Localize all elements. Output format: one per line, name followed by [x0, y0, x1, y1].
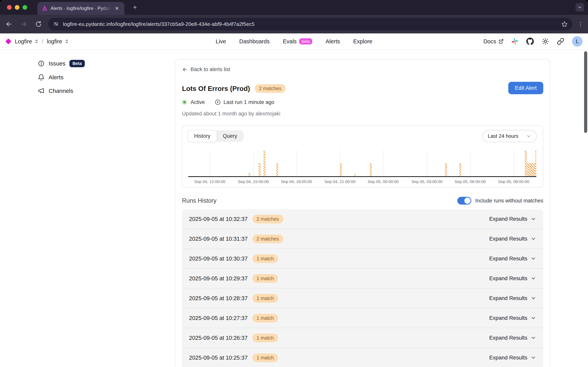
nav-link-dashboards[interactable]: Dashboards	[239, 38, 270, 45]
bell-icon	[38, 74, 45, 81]
include-runs-toggle-label: Include runs without matches	[475, 198, 543, 204]
chart-bar	[527, 163, 536, 176]
chevron-down-icon	[526, 134, 531, 139]
minimize-window-button[interactable]	[15, 5, 19, 10]
run-history-row: 2025-09-05 at 10:27:371 matchExpand Resu…	[182, 308, 543, 328]
external-link-icon	[499, 39, 504, 44]
history-query-tabs: History Query	[188, 130, 243, 142]
expand-results-button[interactable]: Expand Results	[489, 216, 536, 222]
run-history-row: 2025-09-05 at 10:25:371 matchExpand Resu…	[182, 348, 543, 367]
logfire-logo-icon	[5, 38, 11, 44]
edit-alert-button[interactable]: Edit Alert	[508, 82, 543, 94]
back-to-alerts-link[interactable]: Back to alerts list	[182, 67, 543, 73]
x-tick-label: Sep 04, 21:00:00	[324, 179, 355, 184]
url-text[interactable]: logfire-eu.pydantic.info/logfire/logfire…	[63, 21, 561, 27]
project-selector[interactable]: logfire	[47, 38, 62, 45]
run-timestamp: 2025-09-05 at 10:32:37	[189, 216, 248, 222]
tab-query[interactable]: Query	[217, 130, 243, 142]
chart-bar	[276, 163, 278, 176]
run-matches-badge: 1 match	[252, 353, 278, 362]
x-tick-label: Sep 05, 09:00:00	[498, 179, 529, 184]
toggle-knob	[464, 198, 470, 204]
nav-link-evals[interactable]: Evalsbeta	[283, 38, 313, 45]
browser-menu-icon[interactable]: ⋮	[578, 21, 583, 27]
runs-history-list: 2025-09-05 at 10:32:372 matchesExpand Re…	[182, 209, 543, 367]
nav-link-label: Alerts	[325, 38, 340, 45]
close-window-button[interactable]	[7, 5, 12, 10]
tab-history[interactable]: History	[187, 130, 217, 142]
url-bar[interactable]: logfire-eu.pydantic.info/logfire/logfire…	[48, 18, 572, 30]
page-content: Issues Beta Alerts Channels	[0, 50, 588, 367]
sidebar-item-channels[interactable]: Channels	[38, 87, 85, 94]
expand-results-button[interactable]: Expand Results	[489, 275, 536, 282]
run-matches-badge: 1 match	[252, 294, 278, 303]
sidebar-item-alerts[interactable]: Alerts	[38, 74, 85, 81]
page-scrollbar-thumb[interactable]	[584, 51, 587, 133]
tab-close-icon[interactable]: ✕	[113, 5, 120, 12]
bookmark-star-icon[interactable]	[561, 21, 568, 27]
expand-results-button[interactable]: Expand Results	[489, 335, 536, 341]
run-history-row: 2025-09-05 at 10:32:372 matchesExpand Re…	[182, 209, 543, 229]
time-range-select[interactable]: Last 24 hours	[482, 130, 537, 142]
share-link-icon[interactable]	[557, 38, 564, 45]
expand-results-label: Expand Results	[489, 355, 527, 361]
org-selector-chevrons-icon[interactable]	[35, 39, 38, 44]
include-runs-toggle[interactable]	[457, 197, 471, 205]
new-tab-button[interactable]: +	[131, 3, 139, 11]
logfire-favicon-icon	[42, 6, 47, 11]
chart-bar	[535, 150, 536, 176]
main-nav: LiveDashboardsEvalsbetaAlertsExplore	[216, 38, 372, 45]
github-icon[interactable]	[526, 37, 534, 45]
nav-link-explore[interactable]: Explore	[353, 38, 372, 45]
tab-overflow-button[interactable]	[576, 3, 584, 12]
browser-tab-bar: Alerts · logfire/logfire · Pydant ✕ +	[0, 0, 588, 15]
back-icon[interactable]	[3, 18, 15, 30]
zoom-window-button[interactable]	[23, 5, 27, 10]
chevron-down-icon	[530, 295, 536, 301]
nav-link-live[interactable]: Live	[216, 38, 226, 45]
browser-toolbar: logfire-eu.pydantic.info/logfire/logfire…	[0, 15, 588, 33]
run-timestamp: 2025-09-05 at 10:27:37	[189, 315, 248, 321]
run-timestamp: 2025-09-05 at 10:31:37	[189, 236, 248, 242]
chart-gridline	[253, 150, 254, 176]
expand-results-label: Expand Results	[489, 335, 527, 341]
project-selector-chevrons-icon[interactable]	[65, 39, 68, 44]
docs-label: Docs	[483, 38, 496, 45]
run-history-row: 2025-09-05 at 10:29:371 matchExpand Resu…	[182, 269, 543, 289]
beta-badge: Beta	[69, 60, 85, 67]
expand-results-button[interactable]: Expand Results	[489, 236, 536, 242]
chart-bar	[249, 173, 250, 176]
expand-results-button[interactable]: Expand Results	[489, 256, 536, 262]
expand-results-label: Expand Results	[489, 236, 527, 242]
reload-icon[interactable]	[33, 18, 44, 30]
browser-tab[interactable]: Alerts · logfire/logfire · Pydant ✕	[37, 2, 124, 15]
slack-icon[interactable]	[511, 38, 518, 45]
expand-results-button[interactable]: Expand Results	[489, 355, 536, 361]
theme-sun-icon[interactable]	[542, 38, 549, 45]
chart-bar	[370, 163, 372, 176]
run-matches-badge: 1 match	[252, 334, 278, 342]
back-label: Back to alerts list	[191, 67, 230, 73]
active-status-icon	[182, 100, 187, 105]
expand-results-button[interactable]: Expand Results	[489, 315, 536, 321]
run-history-row: 2025-09-05 at 10:30:371 matchExpand Resu…	[182, 249, 543, 269]
run-timestamp: 2025-09-05 at 10:28:37	[189, 295, 248, 301]
last-run-label: Last run 1 minute ago	[224, 99, 274, 105]
org-selector[interactable]: Logfire	[15, 38, 32, 45]
chart-gridline	[470, 150, 470, 176]
chart-baseline	[188, 176, 536, 177]
expand-results-label: Expand Results	[489, 256, 527, 262]
chart-x-axis: Sep 04, 12:00:00Sep 04, 15:00:00Sep 04, …	[188, 179, 536, 185]
nav-link-label: Explore	[353, 38, 372, 45]
docs-link[interactable]: Docs	[483, 38, 504, 45]
x-tick-label: Sep 04, 15:00:00	[238, 179, 269, 184]
app-navbar: Logfire / logfire LiveDashboardsEvalsbet…	[0, 33, 588, 50]
expand-results-button[interactable]: Expand Results	[489, 295, 536, 301]
site-info-icon[interactable]	[53, 21, 59, 27]
sidebar-item-issues[interactable]: Issues Beta	[38, 60, 85, 67]
user-avatar[interactable]: L	[572, 36, 583, 47]
nav-link-alerts[interactable]: Alerts	[325, 38, 340, 45]
nav-link-label: Dashboards	[239, 38, 270, 45]
x-tick-label: Sep 04, 12:00:00	[194, 179, 225, 184]
window-controls[interactable]	[7, 5, 27, 10]
